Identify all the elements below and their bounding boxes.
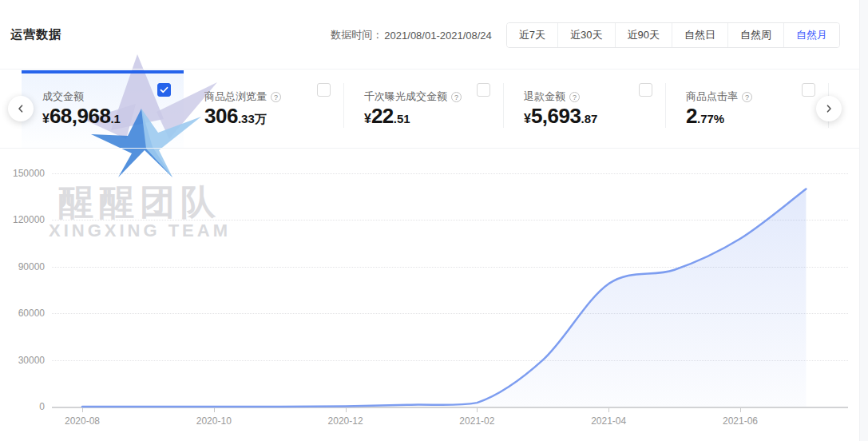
metric-value: 2.77% (686, 104, 724, 129)
metric-label-row: 商品总浏览量? (204, 89, 281, 104)
metric-value-prefix: ¥ (524, 112, 531, 126)
metric-card-1[interactable]: 成交金额¥68,968.1 (22, 70, 184, 148)
metric-label-row: 千次曝光成交金额? (364, 89, 462, 104)
series-area-fill (82, 189, 806, 407)
x-axis-tick (214, 408, 215, 412)
cards-bottom-border (0, 148, 868, 149)
gridline-y-30000 (52, 360, 848, 361)
help-question-icon[interactable]: ? (569, 92, 580, 102)
metric-value-prefix: ¥ (364, 112, 371, 126)
page-title: 运营数据 (10, 27, 61, 42)
y-axis-label-60000: 60000 (3, 308, 45, 319)
metric-value-prefix: ¥ (42, 112, 50, 126)
metric-value-main: 5,693 (531, 104, 581, 129)
range-button-2[interactable]: 近30天 (557, 23, 614, 47)
metric-label: 成交金额 (42, 89, 84, 104)
metric-card-2[interactable]: 商品总浏览量?306.33万 (184, 70, 343, 148)
metric-value-suffix: .77% (697, 112, 724, 125)
date-range-label: 数据时间： (331, 28, 382, 42)
y-axis-label-0: 0 (3, 401, 45, 412)
date-range-button-group: 近7天近30天近90天自然日自然周自然月 (506, 22, 840, 48)
range-button-6[interactable]: 自然月 (783, 23, 839, 47)
metric-label: 商品点击率 (686, 89, 738, 104)
metric-value-suffix: .51 (394, 112, 410, 125)
y-axis-label-90000: 90000 (3, 261, 45, 272)
topbar-right: 数据时间： 2021/08/01-2021/08/24 近7天近30天近90天自… (331, 22, 840, 49)
gridline-y-120000 (52, 220, 848, 220)
chevron-right-icon (823, 103, 834, 114)
range-button-3[interactable]: 近90天 (615, 23, 672, 47)
metric-value-main: 22 (371, 104, 394, 129)
x-axis-label-2021-02: 2021-02 (449, 415, 505, 427)
help-question-icon[interactable]: ? (742, 92, 752, 102)
metric-value-main: 306 (204, 104, 238, 129)
watermark-text-en: XINGXING TEAM (48, 220, 232, 241)
metric-checkbox[interactable] (477, 83, 490, 97)
scrollbar-track (859, 0, 868, 441)
metric-value: ¥5,693.87 (524, 104, 597, 129)
metric-value: ¥68,968.1 (42, 104, 121, 129)
metric-value-suffix: .1 (110, 112, 121, 125)
x-axis-tick (740, 408, 741, 412)
metric-label-row: 退款金额? (524, 89, 580, 104)
metric-checkbox[interactable] (802, 83, 815, 97)
metric-checkbox[interactable] (317, 83, 331, 97)
gridline-y-90000 (52, 267, 848, 268)
gridline-y-150000 (52, 173, 848, 174)
metric-value-main: 2 (686, 104, 697, 129)
x-axis-tick (608, 408, 609, 412)
x-axis-label-2020-10: 2020-10 (186, 415, 242, 427)
x-axis-label-2020-08: 2020-08 (54, 415, 110, 427)
help-question-icon[interactable]: ? (451, 92, 462, 102)
metric-card-4[interactable]: 退款金额?¥5,693.87 (503, 70, 665, 148)
metric-value: ¥22.51 (364, 104, 410, 129)
range-button-5[interactable]: 自然周 (727, 23, 783, 47)
metric-value-suffix: .33万 (238, 112, 267, 127)
x-axis-tick (477, 408, 478, 412)
x-axis-tick (346, 408, 347, 412)
operations-data-page: 运营数据 数据时间： 2021/08/01-2021/08/24 近7天近30天… (0, 0, 868, 441)
date-range-value: 2021/08/01-2021/08/24 (384, 30, 491, 42)
metric-label: 千次曝光成交金额 (364, 89, 447, 104)
watermark-text-cn: 醒醒团队 (48, 179, 232, 226)
metric-card-3[interactable]: 千次曝光成交金额?¥22.51 (343, 70, 503, 148)
metric-label: 商品总浏览量 (204, 89, 267, 104)
metric-label-row: 成交金额 (42, 89, 84, 104)
metric-label-row: 商品点击率? (686, 89, 752, 104)
x-axis-label-2021-06: 2021-06 (712, 415, 768, 427)
cards-scroll-right-button[interactable] (816, 96, 842, 121)
metric-label: 退款金额 (524, 89, 565, 104)
metric-value-suffix: .87 (581, 112, 597, 125)
series-line (82, 189, 806, 407)
metric-value: 306.33万 (204, 104, 267, 129)
y-axis-label-120000: 120000 (3, 214, 45, 225)
x-axis-label-2020-12: 2020-12 (318, 415, 374, 427)
help-question-icon[interactable]: ? (271, 92, 281, 102)
x-axis-label-2021-04: 2021-04 (581, 415, 636, 427)
y-axis-label-150000: 150000 (3, 168, 45, 179)
x-axis-tick (82, 408, 83, 412)
metric-checkbox-checked[interactable] (157, 83, 171, 97)
x-axis-line (52, 407, 848, 408)
y-axis-label-30000: 30000 (3, 355, 45, 366)
range-button-4[interactable]: 自然日 (672, 23, 727, 47)
top-bar: 运营数据 数据时间： 2021/08/01-2021/08/24 近7天近30天… (0, 0, 868, 70)
metric-value-main: 68,968 (50, 104, 111, 129)
range-button-1[interactable]: 近7天 (507, 23, 557, 47)
cards-scroll-left-button[interactable] (8, 96, 34, 121)
metric-card-5[interactable]: 商品点击率?2.77% (665, 70, 828, 148)
chevron-left-icon (15, 103, 26, 114)
checkmark-icon (158, 84, 170, 96)
metric-checkbox[interactable] (639, 83, 652, 97)
gridline-y-60000 (52, 313, 848, 314)
